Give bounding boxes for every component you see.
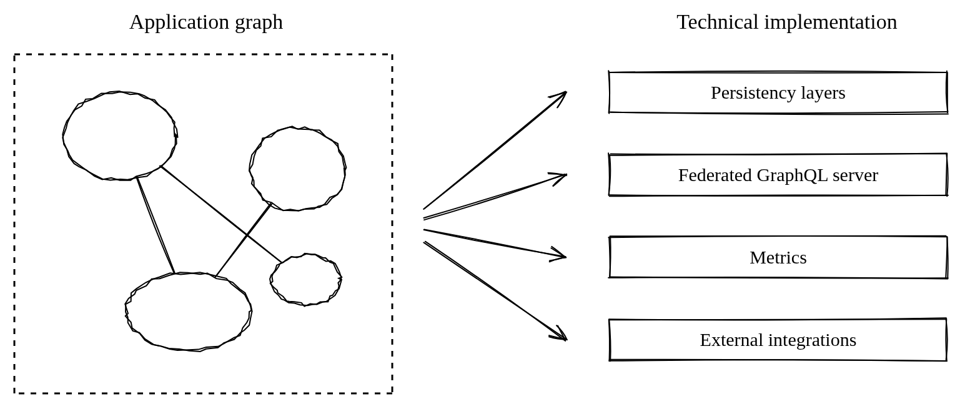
- graph-node-n3: [126, 273, 251, 350]
- impl-box-3-label: External integrations: [700, 329, 857, 350]
- impl-box-1: Federated GraphQL server: [610, 154, 947, 195]
- impl-box-0-label: Persistency layers: [711, 82, 846, 103]
- impl-box-1-label: Federated GraphQL server: [678, 164, 878, 185]
- impl-box-2: Metrics: [610, 237, 947, 278]
- impl-box-3: External integrations: [610, 319, 947, 360]
- arrow-0: [425, 92, 566, 208]
- impl-box-2-label: Metrics: [750, 247, 807, 268]
- arrow-1: [425, 175, 566, 219]
- graph-node-n2: [250, 127, 345, 211]
- graph-node-n1: [64, 92, 176, 180]
- graph-node-n4: [272, 255, 340, 305]
- impl-box-0: Persistency layers: [610, 72, 947, 113]
